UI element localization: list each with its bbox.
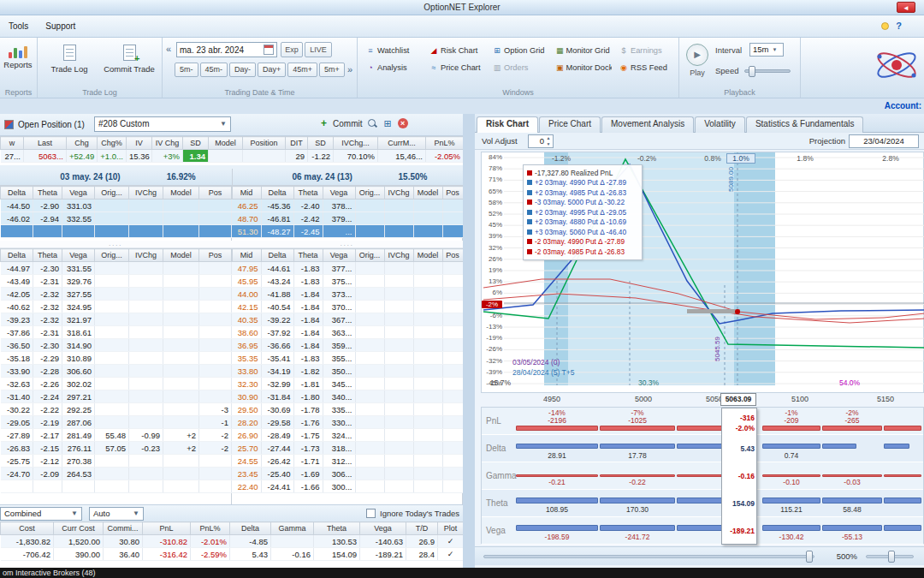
table-row[interactable]: 36.95-36.66-1.84359... — [232, 339, 463, 352]
watchlist-button[interactable]: ≡Watchlist — [363, 43, 423, 57]
table-row[interactable]: -36.50-2.30314.90 — [1, 339, 232, 352]
table-row[interactable]: 42.15-40.54-1.84370... — [232, 301, 463, 313]
column-header[interactable]: Model — [413, 249, 442, 262]
column-header[interactable]: Position — [243, 137, 286, 150]
column-header[interactable]: Orig... — [95, 187, 129, 200]
table-row[interactable]: 25.70-27.44-1.73318... — [232, 442, 463, 455]
time-step-45m-button[interactable]: 45m- — [200, 63, 228, 77]
table-row[interactable]: -26.83-2.15276.1157.05-0.23+2-2 — [1, 442, 232, 455]
column-header[interactable]: IVChg — [129, 187, 163, 200]
table-row[interactable]: 23.45-25.40-1.69306... — [232, 468, 463, 480]
table-row[interactable]: -35.18-2.29310.89 — [1, 352, 232, 365]
column-header[interactable]: Cost — [1, 522, 54, 535]
commit-trade-button[interactable]: + Commit Trade — [101, 42, 157, 80]
spin-up-icon[interactable]: ▲ — [547, 135, 551, 140]
time-step-45m-button[interactable]: 45m+ — [287, 63, 317, 77]
table-row[interactable]: -29.05-2.19287.06-1 — [1, 416, 232, 429]
column-header[interactable]: Model — [209, 137, 243, 150]
column-header[interactable]: Curr Cost — [54, 522, 104, 535]
expiry-header-left[interactable]: 03 may. 24 (10) 16.92% — [0, 169, 232, 185]
column-header[interactable]: Chg — [67, 137, 98, 150]
ignore-trades-checkbox[interactable] — [366, 509, 376, 518]
speed-slider[interactable] — [744, 69, 791, 73]
table-row[interactable]: 38.60-37.92-1.84363... — [232, 326, 463, 339]
table-row[interactable]: -33.90-2.28306.60 — [1, 365, 232, 378]
legend-item[interactable]: -2 03may. 4985 Put Δ -26.83 — [527, 247, 638, 257]
tab-movement-analysis[interactable]: Movement Analysis — [601, 116, 694, 133]
column-header[interactable]: Model — [163, 249, 199, 262]
zoom-slider-handle[interactable] — [888, 551, 895, 563]
column-header[interactable]: Orig... — [95, 249, 129, 262]
table-row[interactable]: -44.97-2.30331.55 — [1, 262, 232, 275]
column-header[interactable]: Vega — [323, 249, 355, 262]
column-header[interactable]: Theta — [314, 522, 360, 535]
live-button[interactable]: LIVE — [305, 42, 332, 57]
column-header[interactable]: PnL — [143, 522, 191, 535]
exp-button[interactable]: Exp — [281, 42, 303, 57]
column-header[interactable]: Gamma — [271, 522, 314, 535]
play-button[interactable]: ▶ — [686, 44, 708, 66]
column-header[interactable]: Vega — [323, 187, 355, 200]
column-header[interactable]: Pos — [442, 249, 463, 262]
orders-button[interactable]: ▥Orders — [489, 60, 549, 74]
legend-item[interactable]: -2 03may. 4990 Put Δ -27.89 — [527, 237, 638, 247]
table-row[interactable]: 48.70-46.81-2.42379... — [232, 212, 463, 225]
chevrons-left-icon[interactable]: « — [166, 44, 171, 54]
column-header[interactable]: Delta — [230, 522, 271, 535]
column-header[interactable]: Plot — [438, 522, 464, 535]
column-header[interactable]: PnL% — [426, 137, 464, 150]
column-header[interactable]: Delta — [1, 249, 33, 262]
column-header[interactable]: Theta — [293, 187, 323, 200]
table-row[interactable] — [1, 225, 232, 238]
column-header[interactable]: IV Chg — [152, 137, 183, 150]
tab-risk-chart[interactable]: Risk Chart — [477, 116, 538, 133]
column-header[interactable]: PnL% — [191, 522, 230, 535]
table-row[interactable]: 40.35-39.22-1.84367... — [232, 313, 463, 326]
table-row[interactable]: 24.55-26.42-1.71312... — [232, 455, 463, 468]
column-header[interactable]: Delta — [1, 187, 33, 200]
panel-splitter[interactable] — [463, 114, 475, 568]
column-header[interactable]: CurrM... — [378, 137, 426, 150]
table-row[interactable]: 27...5063...+52.49+1.0...15.36+3%1.3429-… — [1, 150, 464, 163]
column-header[interactable]: Orig... — [355, 249, 384, 262]
table-row[interactable]: 45.95-43.24-1.83375... — [232, 275, 463, 288]
table-row[interactable]: -31.40-2.24297.21 — [1, 390, 232, 403]
column-header[interactable]: IVChg — [384, 187, 413, 200]
tab-volatility[interactable]: Volatility — [695, 116, 745, 133]
position-selector[interactable]: #208 Custom ▼ — [94, 116, 231, 132]
table-row[interactable]: 44.00-41.88-1.84373... — [232, 288, 463, 301]
risk-chart[interactable]: 84%78%71%65%58%52%45%39%32%26%19%13%6%-2… — [481, 152, 924, 393]
table-row[interactable]: -37.86-2.31318.61 — [1, 326, 232, 339]
monitor-grid-button[interactable]: ▦Monitor Grid — [553, 43, 613, 57]
table-row[interactable]: 32.30-32.99-1.81345... — [232, 378, 463, 390]
column-header[interactable]: Last — [24, 137, 67, 150]
column-header[interactable]: Theta — [293, 249, 323, 262]
auto-select[interactable]: Auto▼ — [89, 507, 144, 521]
column-header[interactable]: w — [1, 137, 24, 150]
table-row[interactable]: -24.70-2.09264.53 — [1, 468, 232, 480]
chain-collapsed-rows[interactable]: .... .... — [0, 241, 463, 248]
legend-item[interactable]: +2 03may. 4985 Put Δ -26.83 — [527, 188, 638, 198]
column-header[interactable]: IVChg — [384, 249, 413, 262]
column-header[interactable]: Commi... — [104, 522, 143, 535]
combine-mode-select[interactable]: Combined▼ — [0, 507, 82, 521]
table-row[interactable]: 46.25-45.36-2.40378... — [232, 200, 463, 212]
analysis-button[interactable]: ◔Analysis — [363, 60, 423, 74]
expiry-header-right[interactable]: 06 may. 24 (13) 15.50% — [232, 169, 464, 185]
table-row[interactable]: -30.22-2.22292.25-3 — [1, 403, 232, 416]
table-row[interactable] — [1, 480, 232, 493]
date-field[interactable]: ma. 23 abr. 2024 — [176, 42, 277, 57]
table-row[interactable]: -706.42390.0036.40-316.42-2.59%5.43-0.16… — [1, 548, 464, 561]
search-icon[interactable] — [368, 119, 377, 128]
legend-item[interactable]: +2 03may. 4995 Put Δ -29.05 — [527, 207, 638, 217]
column-header[interactable]: Theta — [33, 187, 62, 200]
rss-feed-button[interactable]: ◉RSS Feed — [616, 60, 676, 74]
column-header[interactable]: T/D — [406, 522, 438, 535]
column-header[interactable]: Vega — [62, 249, 95, 262]
help-icon[interactable]: ? — [896, 21, 902, 31]
price-chart-button[interactable]: ≈Price Chart — [426, 60, 486, 74]
table-row[interactable]: 47.95-44.61-1.83377... — [232, 262, 463, 275]
column-header[interactable]: Pos — [442, 187, 463, 200]
column-header[interactable]: IVChg... — [334, 137, 378, 150]
menu-item-tools[interactable]: Tools — [0, 15, 37, 31]
